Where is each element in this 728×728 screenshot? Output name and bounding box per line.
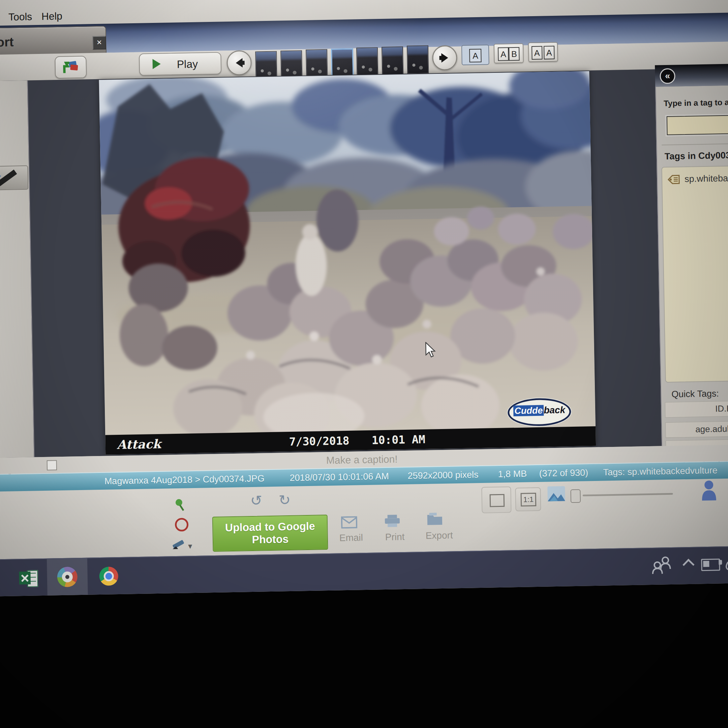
back-to-library-button[interactable] — [55, 56, 87, 79]
view-duplicate-button[interactable]: AA — [528, 42, 558, 62]
zoom-fit-icon — [490, 494, 505, 507]
cuddeback-logo-secondary: back — [544, 404, 565, 415]
pencil-icon-tip — [0, 173, 2, 181]
quick-tags-label: Quick Tags: — [671, 388, 719, 399]
zoom-slider-handle[interactable] — [570, 489, 581, 503]
play-icon — [152, 59, 161, 69]
edit-panel-strip — [0, 81, 34, 458]
taskbar-chrome-icon[interactable] — [99, 567, 118, 586]
tag-label: sp.whiteback — [685, 173, 728, 184]
upload-google-photos-button[interactable]: Upload to Google Photos — [213, 515, 328, 552]
tray-battery-nub — [719, 560, 722, 564]
print-label[interactable]: Print — [385, 532, 405, 543]
cuddeback-logo-primary: Cudde — [513, 405, 544, 417]
zoom-actual-button[interactable]: 1:1 — [515, 487, 541, 511]
tray-battery-icon[interactable] — [701, 558, 720, 571]
export-icon[interactable] — [427, 512, 443, 526]
camera-date: 7/30/2018 — [289, 434, 349, 448]
previous-photo-button[interactable] — [226, 50, 252, 75]
batch-edit-brush-icon[interactable] — [171, 538, 187, 553]
taskbar-excel-icon[interactable] — [19, 569, 37, 587]
viewer-area: Attack 7/30/2018 10:01 AM Cuddeback « Ty… — [0, 68, 728, 458]
zoom-fit-button[interactable] — [481, 486, 511, 513]
menu-help[interactable]: Help — [41, 11, 62, 22]
status-dimensions: 2592x2000 pixels — [407, 470, 479, 481]
undo-icon[interactable]: ↺ — [250, 492, 262, 509]
people-tag-icon[interactable] — [700, 479, 717, 501]
email-icon[interactable] — [341, 516, 358, 528]
taskbar-picasa-active-cell[interactable] — [47, 558, 88, 596]
status-filesize: 1,8 MB — [498, 468, 527, 480]
view-ab-label-b: B — [509, 47, 520, 61]
quick-tag-button[interactable]: ID.H01 — [665, 399, 728, 418]
zoom-actual-label: 1:1 — [521, 493, 537, 506]
tag-sidebar-body: Type in a tag to ad Tags in Cdy00374 sp.… — [655, 85, 728, 446]
collapse-panel-icon[interactable]: « — [659, 68, 675, 84]
camera-time: 10:01 AM — [372, 433, 425, 447]
quick-tag-button[interactable]: age.adult — [665, 420, 728, 438]
filmstrip-thumbnail-selected[interactable] — [331, 48, 354, 78]
view-aa-label-1: A — [532, 46, 543, 60]
tag-input[interactable] — [667, 114, 728, 135]
action-tray: ▾ ↺ ↻ Upload to Google Photos Email Prin… — [0, 478, 728, 560]
tab-import-label: port — [0, 35, 14, 49]
status-datetime: 2018/07/30 10:01:06 AM — [289, 471, 389, 483]
hold-pushpin-icon[interactable] — [174, 499, 186, 512]
view-ab-label-a: A — [498, 47, 509, 61]
dropdown-icon[interactable]: ▾ — [188, 541, 193, 551]
mouse-cursor — [424, 342, 438, 358]
view-single-label: A — [469, 49, 482, 63]
camera-name-label: Attack — [116, 437, 161, 452]
tag-sidebar-header: « — [655, 64, 728, 87]
arrow-right-icon — [433, 46, 456, 69]
view-aa-label-2: A — [544, 46, 555, 60]
battery-charge-level — [703, 561, 709, 567]
view-side-by-side-button[interactable]: AB — [494, 43, 524, 63]
redo-icon[interactable]: ↻ — [278, 492, 291, 509]
tag-input-label: Type in a tag to ad — [664, 97, 728, 108]
edit-tools-button[interactable] — [0, 165, 28, 190]
email-label[interactable]: Email — [340, 532, 363, 543]
filmstrip-thumbnail[interactable] — [306, 49, 327, 78]
filmstrip-thumbnail[interactable] — [407, 45, 429, 74]
filmstrip-thumbnail[interactable] — [382, 46, 404, 75]
status-path: Magwanxa 4Aug2018 > Cdy00374.JPG — [104, 473, 265, 486]
tray-cloud-icon[interactable] — [725, 555, 728, 573]
status-position: (372 of 930) — [539, 468, 588, 479]
tag-list: sp.whiteback — [661, 165, 728, 382]
menu-tools[interactable]: Tools — [8, 11, 32, 23]
print-icon[interactable] — [384, 514, 401, 528]
zoom-slider-track[interactable] — [583, 493, 673, 497]
photo-viewer-image: Attack 7/30/2018 10:01 AM Cuddeback — [99, 71, 596, 455]
back-to-library-icon — [63, 60, 78, 74]
photographed-screen: Tools Help port ✕ Play — [0, 0, 728, 596]
tag-sidebar: « Type in a tag to ad Tags in Cdy00374 s… — [655, 64, 728, 446]
sidebar-divider — [662, 143, 728, 145]
tray-people-icon[interactable] — [651, 555, 674, 575]
tray-chevron-up-icon[interactable] — [682, 559, 694, 570]
play-label: Play — [177, 58, 198, 71]
vulture-scene — [99, 71, 596, 455]
export-label[interactable]: Export — [425, 530, 453, 541]
filmstrip-thumbnail[interactable] — [356, 47, 378, 76]
next-photo-button[interactable] — [432, 45, 457, 70]
arrow-left-icon — [228, 51, 251, 75]
filmstrip-thumbnail[interactable] — [255, 51, 277, 80]
view-single-button[interactable]: A — [461, 44, 489, 65]
filmstrip-thumbnail[interactable] — [280, 50, 302, 79]
tag-icon — [667, 174, 681, 185]
tags-header: Tags in Cdy00374 — [665, 150, 728, 162]
remove-from-tray-icon[interactable] — [175, 518, 189, 532]
zoom-photo-icon[interactable] — [546, 484, 567, 504]
play-button[interactable]: Play — [139, 52, 222, 75]
pencil-icon — [0, 170, 17, 186]
tab-import[interactable]: port — [0, 26, 107, 56]
status-tags: Tags: sp.whitebackedvulture — [603, 465, 717, 477]
taskbar-picasa-icon — [57, 567, 78, 587]
close-icon[interactable]: ✕ — [92, 36, 106, 50]
